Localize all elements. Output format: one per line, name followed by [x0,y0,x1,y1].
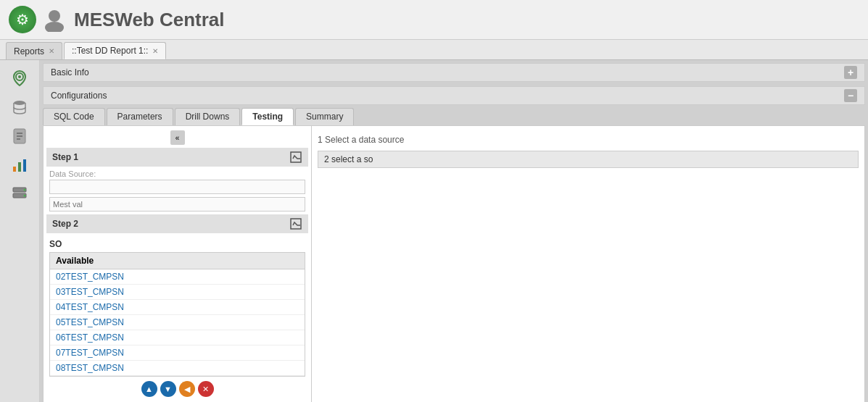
basic-info-toggle[interactable]: + [844,66,857,79]
sub-tab-summary[interactable]: Summary [295,108,354,125]
available-item-0[interactable]: 02TEST_CMPSN [50,269,305,285]
available-item-2[interactable]: 04TEST_CMPSN [50,300,305,315]
tab-content: « Step 1 Data Source: [43,125,865,402]
content-area: Basic Info + Configurations − SQL Code P… [40,60,868,402]
app-container: Basic Info + Configurations − SQL Code P… [0,60,868,402]
sub-tabs: SQL Code Parameters Drill Downs Testing … [40,108,868,125]
database-icon [11,99,28,116]
tab-test-label: ::Test DD Report 1:: [72,46,148,56]
step2-edit-btn[interactable] [289,217,302,230]
edit-icon-2 [290,218,302,230]
sidebar-icon-chart[interactable] [7,153,32,177]
svg-point-0 [49,10,60,22]
test-val-input[interactable] [49,197,305,212]
basic-info-section: Basic Info + [43,63,865,82]
available-item-1[interactable]: 03TEST_CMPSN [50,285,305,300]
basic-info-label: Basic Info [51,67,89,78]
available-item-6[interactable]: 08TEST_CMPSN [50,361,305,376]
sidebar-icon-database[interactable] [7,95,32,120]
svg-point-3 [18,75,21,78]
available-item-4[interactable]: 06TEST_CMPSN [50,330,305,346]
sidebar-icon-server[interactable] [7,182,32,206]
sidebar-icon-location[interactable] [7,66,32,91]
svg-point-14 [24,189,26,191]
step2-label: Step 2 [52,219,78,229]
tabs-bar: Reports ✕ ::Test DD Report 1:: ✕ [0,40,868,60]
data-source-label: Data Source: [49,169,305,178]
available-item-5[interactable]: 07TEST_CMPSN [50,346,305,361]
step2-field-label: SO [49,239,308,249]
edit-icon [290,151,302,163]
move-left-btn[interactable]: ◀ [179,381,195,397]
app-header: ⚙ MESWeb Central [0,0,868,40]
step1-edit-btn[interactable] [289,151,302,164]
location-icon [11,70,28,87]
svg-point-15 [24,195,26,197]
server-icon [11,185,28,203]
app-logo: ⚙ [9,6,36,33]
sidebar-icon-report[interactable] [7,124,32,148]
svg-point-4 [14,101,25,105]
user-icon [42,7,67,32]
configurations-label: Configurations [51,91,107,101]
chart-icon [11,156,28,174]
available-item-3[interactable]: 05TEST_CMPSN [50,315,305,330]
sub-tab-parameters[interactable]: Parameters [107,108,173,125]
remove-btn[interactable]: ✕ [198,381,214,397]
data-source-field: Data Source: [46,169,308,194]
test-val-field [46,197,308,212]
sidebar [0,60,40,402]
action-buttons: ▲ ▼ ◀ ✕ [46,377,308,401]
report-icon [11,127,28,145]
svg-point-1 [45,22,64,32]
sub-tab-sql-code[interactable]: SQL Code [43,108,105,125]
left-panel: « Step 1 Data Source: [44,126,312,402]
app-title: MESWeb Central [74,9,225,31]
move-down-btn[interactable]: ▼ [160,381,176,397]
step2-header: Step 2 [46,214,308,233]
data-source-input[interactable] [49,180,305,194]
configurations-toggle[interactable]: − [844,89,857,102]
right-panel: 1 Select a data source 2 select a so [312,126,864,402]
available-box: Available 02TEST_CMPSN 03TEST_CMPSN 04TE… [49,252,305,377]
info-line1: 1 Select a data source [318,132,859,148]
svg-rect-10 [18,162,21,172]
tab-test-dd-report[interactable]: ::Test DD Report 1:: ✕ [64,42,166,59]
tab-reports-close[interactable]: ✕ [49,47,54,55]
svg-rect-9 [13,167,16,172]
sub-tab-drill-downs[interactable]: Drill Downs [175,108,241,125]
configurations-section: Configurations − [43,86,865,105]
tab-reports-label: Reports [14,46,44,56]
svg-rect-11 [23,159,26,172]
info-line2: 2 select a so [318,151,859,168]
move-up-btn[interactable]: ▲ [141,381,157,397]
tab-reports[interactable]: Reports ✕ [6,42,62,59]
step1-header: Step 1 [46,148,308,167]
tab-test-close[interactable]: ✕ [152,47,158,55]
sub-tab-testing[interactable]: Testing [241,108,294,125]
collapse-button[interactable]: « [170,130,185,145]
step1-label: Step 1 [52,152,78,162]
available-header: Available [50,253,305,269]
